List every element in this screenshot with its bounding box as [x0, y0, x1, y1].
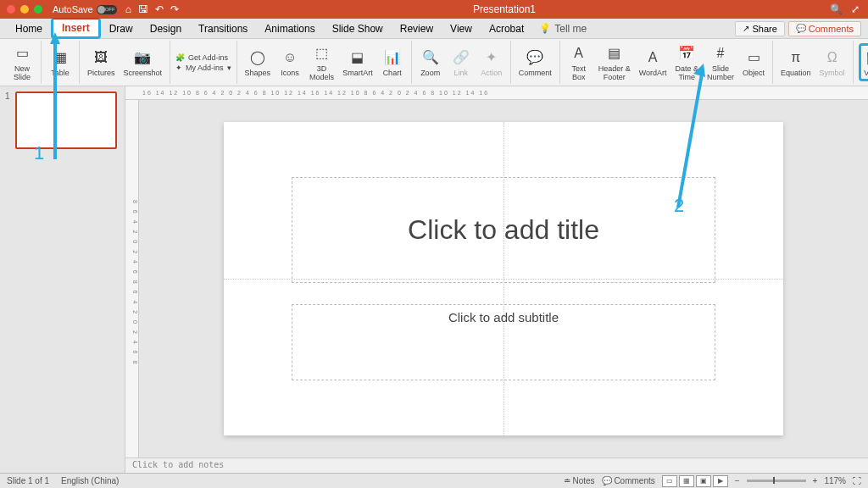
- zoom-level[interactable]: 117%: [824, 476, 846, 485]
- notes-toggle[interactable]: ≐ Notes: [564, 476, 595, 485]
- table-button[interactable]: ▦Table: [47, 46, 74, 80]
- subtitle-placeholder[interactable]: Click to add subtitle: [292, 304, 715, 380]
- undo-icon[interactable]: ↶: [155, 3, 164, 15]
- zoom-out-icon[interactable]: −: [735, 476, 740, 485]
- slide[interactable]: Click to add title Click to add subtitle: [224, 122, 783, 435]
- minimize-window-icon[interactable]: [20, 5, 29, 14]
- toggle-switch-icon[interactable]: OFF: [97, 5, 117, 14]
- 3d-models-button[interactable]: ⬚3D Models: [307, 42, 337, 84]
- zoom-slider[interactable]: [747, 480, 806, 482]
- header-icon: ▤: [604, 43, 625, 64]
- new-slide-button[interactable]: ▭New Slide: [8, 42, 36, 84]
- autosave-toggle[interactable]: AutoSave OFF: [53, 4, 117, 14]
- vertical-ruler: 8 6 4 2 0 2 4 6 8 6 4 2 0 2 4 6 8: [125, 100, 139, 458]
- action-button[interactable]: ✦Action: [478, 46, 505, 80]
- notes-pane[interactable]: Click to add notes: [125, 458, 868, 473]
- slide-counter[interactable]: Slide 1 of 1: [7, 476, 49, 485]
- textbox-icon: A: [569, 43, 589, 64]
- title-placeholder[interactable]: Click to add title: [292, 177, 715, 283]
- tab-insert[interactable]: Insert: [51, 18, 101, 39]
- link-button[interactable]: 🔗Link: [448, 46, 475, 80]
- calendar-icon: 📅: [676, 43, 697, 64]
- symbol-icon: Ω: [822, 47, 843, 68]
- zoom-icon: 🔍: [420, 47, 441, 68]
- slide-thumbnail[interactable]: [15, 92, 117, 149]
- smartart-button[interactable]: ⬓SmartArt: [340, 46, 376, 80]
- close-window-icon[interactable]: [7, 5, 15, 14]
- document-title: Presentation1: [179, 3, 830, 15]
- sorter-view-icon[interactable]: ▦: [679, 475, 694, 487]
- ribbon-options-icon[interactable]: ⤢: [851, 3, 860, 15]
- window-controls: [0, 5, 49, 14]
- horizontal-ruler: 16 14 12 10 8 6 4 2 0 2 4 6 8 10 12 14 1…: [125, 86, 868, 100]
- language-indicator[interactable]: English (China): [61, 476, 119, 485]
- wordart-button[interactable]: AWordArt: [637, 46, 670, 80]
- tab-review[interactable]: Review: [392, 20, 442, 37]
- video-button[interactable]: 🎬Video: [859, 43, 868, 82]
- comment-icon: 💬: [796, 24, 806, 33]
- icons-button[interactable]: ☺Icons: [276, 46, 303, 80]
- zoom-in-icon[interactable]: +: [813, 476, 818, 485]
- tell-me-search[interactable]: 💡Tell me: [539, 23, 587, 35]
- shapes-button[interactable]: ◯Shapes: [242, 46, 274, 80]
- comment-button[interactable]: 💬Comment: [516, 46, 554, 80]
- slide-thumbnail-panel: 1: [0, 86, 125, 473]
- tab-transitions[interactable]: Transitions: [190, 20, 256, 37]
- maximize-window-icon[interactable]: [34, 5, 42, 14]
- textbox-button[interactable]: AText Box: [565, 42, 593, 84]
- title-bar: AutoSave OFF ⌂ 🖫 ↶ ↷ Presentation1 🔍 ⤢: [0, 0, 868, 19]
- tab-acrobat[interactable]: Acrobat: [481, 20, 532, 37]
- equation-icon: π: [786, 47, 806, 68]
- share-icon: ↗: [743, 24, 749, 33]
- slide-canvas-area[interactable]: Click to add title Click to add subtitle: [139, 100, 868, 458]
- datetime-button[interactable]: 📅Date & Time: [673, 42, 702, 84]
- status-bar: Slide 1 of 1 English (China) ≐ Notes 💬 C…: [0, 473, 868, 488]
- tab-home[interactable]: Home: [7, 20, 51, 37]
- main-area: 1 16 14 12 10 8 6 4 2 0 2 4 6 8 10 12 14…: [0, 86, 868, 473]
- fit-window-icon[interactable]: ⛶: [853, 476, 861, 485]
- tab-design[interactable]: Design: [142, 20, 190, 37]
- my-addins-button[interactable]: ✦My Add-ins ▾: [175, 64, 231, 72]
- autosave-label: AutoSave: [53, 4, 93, 14]
- symbol-button[interactable]: ΩSymbol: [817, 46, 848, 80]
- home-icon[interactable]: ⌂: [125, 3, 131, 15]
- tab-animations[interactable]: Animations: [256, 20, 323, 37]
- tab-draw[interactable]: Draw: [101, 20, 142, 37]
- get-addins-button[interactable]: 🧩Get Add-ins: [175, 53, 231, 62]
- slideshow-view-icon[interactable]: ▶: [713, 475, 728, 487]
- comment-bubble-icon: 💬: [525, 47, 545, 68]
- table-icon: ▦: [50, 47, 70, 68]
- pictures-button[interactable]: 🖼Pictures: [85, 46, 118, 80]
- addins-icon: ✦: [175, 64, 182, 72]
- tab-slideshow[interactable]: Slide Show: [324, 20, 392, 37]
- screenshot-button[interactable]: 📷Screenshot: [121, 46, 165, 80]
- chart-button[interactable]: 📊Chart: [379, 46, 406, 80]
- action-icon: ✦: [481, 47, 502, 68]
- store-icon: 🧩: [175, 53, 185, 62]
- chart-icon: 📊: [382, 47, 403, 68]
- zoom-button[interactable]: 🔍Zoom: [417, 46, 444, 80]
- lightbulb-icon: 💡: [539, 23, 551, 34]
- view-buttons: ▭ ▦ ▣ ▶: [662, 475, 728, 487]
- reading-view-icon[interactable]: ▣: [696, 475, 711, 487]
- normal-view-icon[interactable]: ▭: [662, 475, 677, 487]
- comments-button[interactable]: 💬Comments: [788, 21, 861, 36]
- equation-button[interactable]: πEquation: [778, 46, 814, 80]
- search-icon[interactable]: 🔍: [830, 3, 843, 15]
- object-button[interactable]: ▭Object: [740, 46, 767, 80]
- comments-toggle[interactable]: 💬 Comments: [602, 476, 655, 485]
- object-icon: ▭: [743, 47, 764, 68]
- ribbon: ▭New Slide ▦Table 🖼Pictures 📷Screenshot …: [0, 39, 868, 86]
- ribbon-tabs: Home Insert Draw Design Transitions Anim…: [0, 19, 868, 39]
- tab-view[interactable]: View: [442, 20, 481, 37]
- slide-number-button[interactable]: #Slide Number: [704, 42, 737, 84]
- cube-icon: ⬚: [312, 43, 332, 64]
- share-button[interactable]: ↗Share: [735, 21, 784, 36]
- number-icon: #: [710, 43, 731, 64]
- smartart-icon: ⬓: [348, 47, 368, 68]
- quick-access-toolbar: ⌂ 🖫 ↶ ↷: [125, 3, 179, 15]
- save-icon[interactable]: 🖫: [138, 3, 148, 15]
- redo-icon[interactable]: ↷: [170, 3, 179, 15]
- shapes-icon: ◯: [248, 47, 268, 68]
- header-footer-button[interactable]: ▤Header & Footer: [596, 42, 633, 84]
